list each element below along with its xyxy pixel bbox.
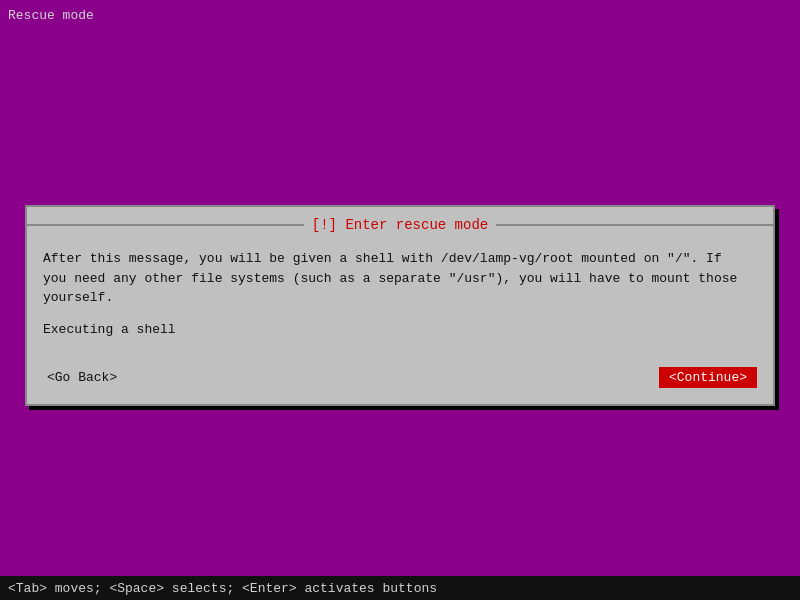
go-back-button[interactable]: <Go Back> bbox=[43, 368, 121, 387]
status-bar: <Tab> moves; <Space> selects; <Enter> ac… bbox=[0, 576, 800, 600]
dialog-container: [!] Enter rescue mode After this message… bbox=[25, 205, 775, 406]
status-bar-text: <Tab> moves; <Space> selects; <Enter> ac… bbox=[8, 581, 437, 596]
window-title: Rescue mode bbox=[8, 8, 94, 23]
executing-label: Executing a shell bbox=[43, 320, 757, 340]
dialog-actions: <Go Back> <Continue> bbox=[27, 359, 773, 404]
dialog-content: After this message, you will be given a … bbox=[27, 233, 773, 359]
dialog-title: [!] Enter rescue mode bbox=[304, 217, 496, 233]
body-line-2: you need any other file systems (such as… bbox=[43, 271, 737, 286]
title-line-left bbox=[27, 224, 304, 226]
title-line-right bbox=[496, 224, 773, 226]
body-line-3: yourself. bbox=[43, 290, 113, 305]
continue-button[interactable]: <Continue> bbox=[659, 367, 757, 388]
body-line-1: After this message, you will be given a … bbox=[43, 251, 722, 266]
dialog-titlebar: [!] Enter rescue mode bbox=[27, 217, 773, 233]
dialog-body-paragraph: After this message, you will be given a … bbox=[43, 249, 757, 308]
